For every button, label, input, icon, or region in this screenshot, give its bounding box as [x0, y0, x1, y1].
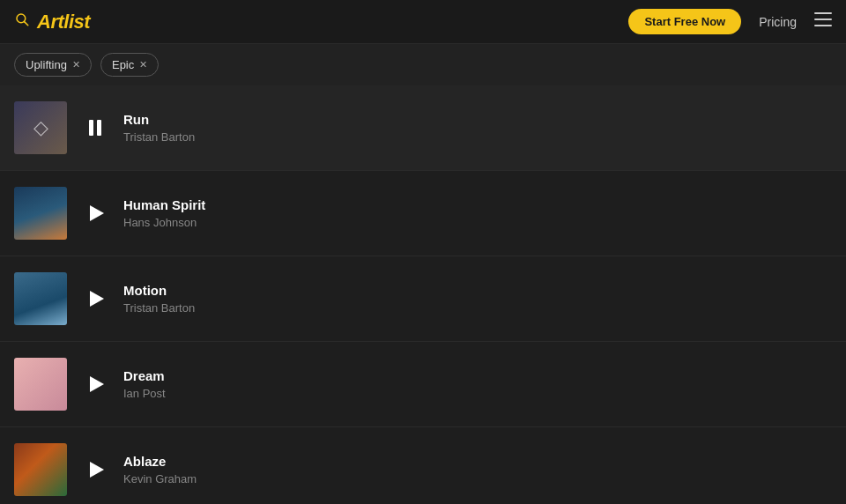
- track-row: Motion Tristan Barton: [0, 256, 846, 342]
- track-artist: Tristan Barton: [123, 301, 744, 315]
- header: Artlist Start Free Now Pricing: [0, 0, 846, 44]
- header-right: Start Free Now Pricing: [628, 9, 832, 34]
- play-icon: [90, 462, 104, 478]
- track-thumbnail: [14, 358, 67, 411]
- search-icon[interactable]: [14, 11, 30, 32]
- play-button[interactable]: [81, 285, 109, 313]
- track-row: Human Spirit Hans Johnson: [0, 171, 846, 256]
- svg-rect-3: [814, 19, 832, 20]
- play-icon: [90, 205, 104, 221]
- track-thumbnail: [14, 187, 67, 240]
- filter-tag-epic[interactable]: Epic ✕: [100, 53, 159, 77]
- svg-rect-2: [814, 12, 832, 14]
- track-row: Run Tristan Barton: [0, 85, 846, 171]
- start-free-button[interactable]: Start Free Now: [628, 9, 741, 34]
- filter-tag-uplifting[interactable]: Uplifting ✕: [14, 53, 92, 77]
- svg-line-1: [25, 22, 28, 26]
- track-list: Run Tristan Barton: [0, 85, 846, 504]
- track-info: Dream Ian Post: [123, 368, 744, 400]
- track-info: Ablaze Kevin Graham: [123, 454, 744, 485]
- track-title: Dream: [123, 368, 744, 383]
- track-artist: Hans Johnson: [123, 216, 744, 229]
- track-title: Ablaze: [123, 454, 744, 469]
- track-info: Human Spirit Hans Johnson: [123, 197, 744, 229]
- track-thumbnail: [14, 272, 67, 325]
- track-row: Dream Ian Post: [0, 342, 846, 427]
- play-icon: [90, 376, 104, 392]
- filter-close-epic[interactable]: ✕: [139, 60, 147, 70]
- track-artist: Ian Post: [123, 387, 744, 400]
- track-thumbnail: [14, 101, 67, 154]
- track-title: Human Spirit: [123, 197, 744, 212]
- filter-label-epic: Epic: [112, 58, 134, 71]
- track-title: Motion: [123, 283, 744, 298]
- logo: Artlist: [37, 11, 90, 33]
- filter-close-uplifting[interactable]: ✕: [72, 60, 80, 70]
- track-thumbnail: [14, 443, 67, 496]
- play-button[interactable]: [81, 456, 109, 484]
- track-info: Run Tristan Barton: [123, 112, 744, 144]
- menu-icon[interactable]: [814, 12, 832, 31]
- header-left: Artlist: [14, 11, 628, 33]
- filter-bar: Uplifting ✕ Epic ✕: [0, 44, 846, 85]
- filter-label-uplifting: Uplifting: [26, 58, 67, 71]
- play-button[interactable]: [81, 199, 109, 227]
- play-icon: [90, 291, 104, 307]
- track-artist: Kevin Graham: [123, 472, 744, 485]
- pause-icon: [89, 120, 101, 136]
- pricing-link[interactable]: Pricing: [759, 15, 797, 29]
- track-title: Run: [123, 112, 744, 127]
- pause-button[interactable]: [81, 114, 109, 142]
- track-info: Motion Tristan Barton: [123, 283, 744, 315]
- svg-rect-4: [814, 25, 832, 26]
- track-artist: Tristan Barton: [123, 130, 744, 144]
- play-button[interactable]: [81, 370, 109, 398]
- track-row: Ablaze Kevin Graham: [0, 427, 846, 504]
